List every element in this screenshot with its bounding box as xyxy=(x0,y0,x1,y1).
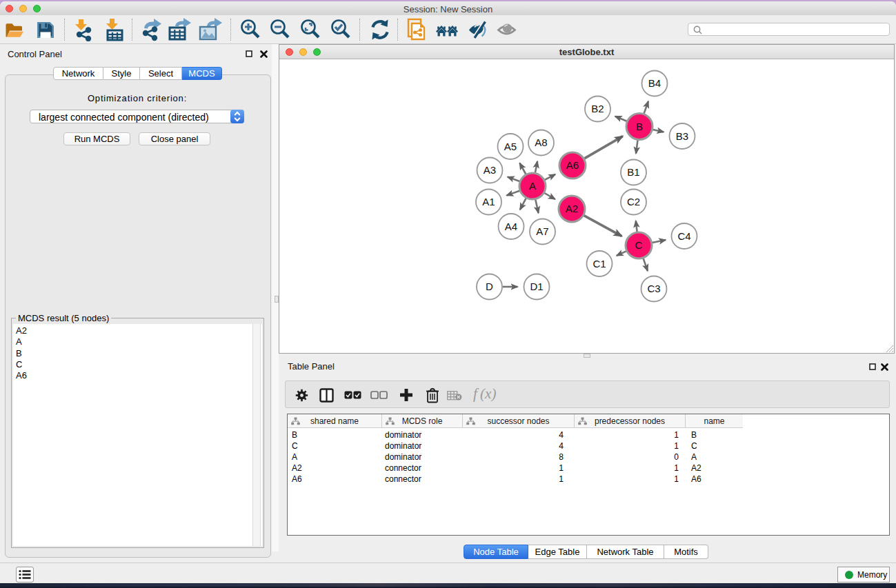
svg-text:C: C xyxy=(635,239,643,251)
svg-text:C1: C1 xyxy=(593,258,606,270)
svg-text:C4: C4 xyxy=(677,230,690,242)
svg-text:A6: A6 xyxy=(566,159,579,171)
svg-text:B4: B4 xyxy=(648,77,661,89)
svg-text:A3: A3 xyxy=(484,164,496,176)
svg-text:A2: A2 xyxy=(566,203,578,214)
svg-text:B2: B2 xyxy=(591,103,604,114)
svg-text:A4: A4 xyxy=(505,221,517,232)
svg-text:A5: A5 xyxy=(504,141,517,152)
svg-text:A7: A7 xyxy=(536,225,548,237)
svg-text:A1: A1 xyxy=(482,196,495,207)
svg-text:D1: D1 xyxy=(530,281,543,292)
svg-text:A8: A8 xyxy=(535,136,547,148)
svg-text:B1: B1 xyxy=(627,166,639,178)
svg-text:B3: B3 xyxy=(676,130,688,142)
svg-text:D: D xyxy=(486,281,493,292)
svg-text:A: A xyxy=(529,180,536,192)
svg-text:C3: C3 xyxy=(647,283,660,294)
svg-text:B: B xyxy=(636,121,643,132)
svg-text:C2: C2 xyxy=(627,196,640,207)
